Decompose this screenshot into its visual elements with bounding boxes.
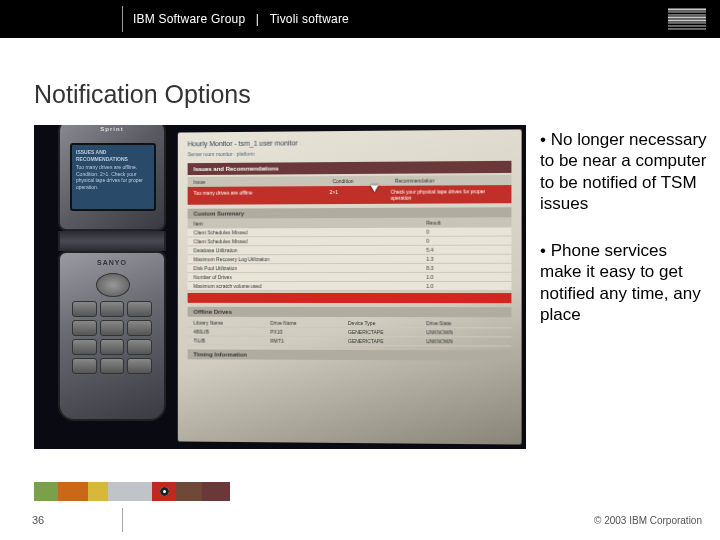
- drive-row: TILIB RMT1 GENERICTAPE UNKNOWN: [188, 337, 512, 347]
- flip-phone: Sprint ISSUES AND RECOMMENDATIONS Too ma…: [58, 125, 178, 449]
- col-issue: Issue: [193, 178, 332, 185]
- accent-swatch: [202, 482, 230, 501]
- phone-navkey: [96, 273, 130, 297]
- copyright: © 2003 IBM Corporation: [594, 515, 702, 526]
- accent-swatch: [176, 482, 202, 501]
- phone-hinge: [58, 231, 166, 251]
- header-product: Tivoli software: [270, 12, 349, 26]
- summary-rows: Client Schedules Missed0 Client Schedule…: [188, 227, 512, 291]
- accent-swatch: [88, 482, 108, 501]
- accent-swatch: [108, 482, 152, 501]
- alert-stripe: [188, 293, 512, 303]
- phone-bottom: SANYO: [58, 251, 166, 421]
- summary-row: Disk Pool Utilization8.3: [188, 264, 512, 273]
- ibm-logo-icon: [668, 8, 706, 29]
- slide-number: 36: [32, 514, 44, 526]
- summary-row: Maximum scratch volume used1.0: [188, 282, 512, 291]
- section-timing: Timing Information: [188, 349, 512, 360]
- drive-table: Library Name Drive Name Device Type Driv…: [188, 319, 512, 347]
- phone-screen-body: Too many drives are offline. Condition: …: [76, 164, 150, 190]
- header-group: IBM Software Group: [133, 12, 245, 26]
- summary-row: Maximum Recovery Log Utilization1.3: [188, 255, 512, 265]
- section-offline: Offline Drives: [188, 307, 512, 317]
- content-row: Hourly Monitor - tsm_1 user monitor Serv…: [0, 123, 720, 449]
- title-area: Notification Options: [0, 38, 720, 123]
- monitor-title: Hourly Monitor - tsm_1 user monitor: [188, 138, 512, 148]
- footer-divider: [122, 508, 123, 532]
- phone-carrier: Sprint: [60, 126, 164, 132]
- issue-cond: 2>1: [329, 189, 390, 201]
- header-bar: IBM Software Group | Tivoli software: [0, 0, 720, 38]
- monitor-subtitle: Server room monitor · platform: [188, 149, 512, 158]
- section-issues: Issues and Recommendations: [188, 161, 512, 175]
- bullet-item: • No longer necessary to be near a compu…: [540, 129, 710, 214]
- header-sep: |: [252, 12, 262, 26]
- accent-swatch: [34, 482, 58, 501]
- phone-keypad: [72, 301, 152, 374]
- accent-bar: [34, 482, 230, 501]
- bullet-item: • Phone services make it easy to get not…: [540, 240, 710, 325]
- summary-row: Number of Drives1.0: [188, 273, 512, 282]
- phone-top: Sprint ISSUES AND RECOMMENDATIONS Too ma…: [58, 125, 166, 231]
- issue-row: Too many drives are offline 2>1 Check yo…: [188, 185, 512, 205]
- phone-brand: SANYO: [60, 259, 164, 266]
- slide-title: Notification Options: [34, 80, 720, 109]
- sum-col2: Result: [426, 219, 489, 225]
- col-condition: Condition: [332, 178, 394, 184]
- photo-illustration: Hourly Monitor - tsm_1 user monitor Serv…: [34, 125, 526, 449]
- footer: 36 © 2003 IBM Corporation: [0, 482, 720, 540]
- phone-screen-heading: ISSUES AND RECOMMENDATIONS: [76, 149, 150, 162]
- col-recommendation: Recommendation: [395, 177, 434, 183]
- header-divider: [122, 6, 123, 32]
- bullet-list: • No longer necessary to be near a compu…: [540, 125, 710, 449]
- monitor-screen: Hourly Monitor - tsm_1 user monitor Serv…: [178, 129, 522, 444]
- accent-swatch: [58, 482, 88, 501]
- issue-text: Too many drives are offline: [193, 189, 329, 202]
- sum-col1: Item: [193, 220, 426, 227]
- phone-screen: ISSUES AND RECOMMENDATIONS Too many driv…: [70, 143, 156, 211]
- accent-eye-icon: [152, 482, 176, 501]
- issue-rec: Check your physical tape drives for prop…: [391, 188, 506, 201]
